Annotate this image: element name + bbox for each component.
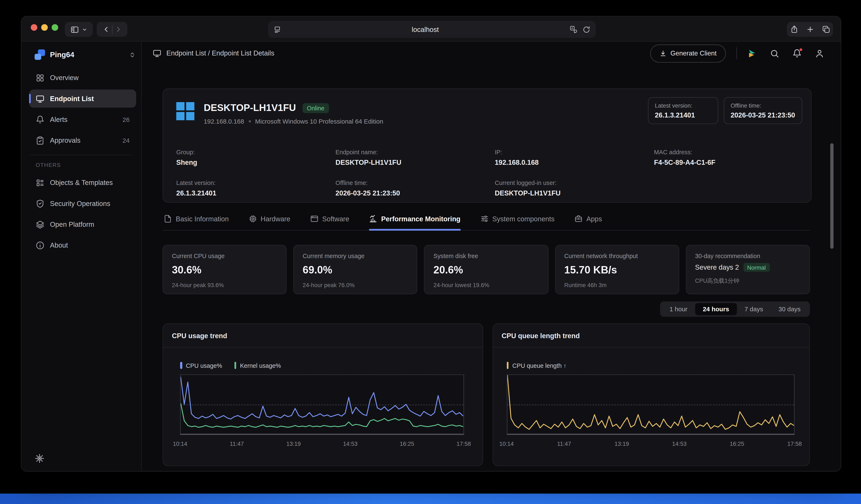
charts-row: CPU usage trend CPU usage% Kernel usage% [163,324,810,466]
breadcrumb[interactable]: Endpoint List / Endpoint List Details [153,49,274,58]
legend-item[interactable]: Kernel usage% [234,362,281,369]
sidebar-item-label: Approvals [50,136,123,144]
address-bar[interactable]: localhost A [268,21,596,38]
stat-value: 30.6% [172,264,277,276]
sliders-icon [480,215,489,223]
list-squares-icon [36,178,44,187]
screen: localhost A Ping64 [0,0,861,504]
range-24-hours[interactable]: 24 hours [695,303,737,315]
device-summary-card: DESKTOP-LH1V1FU Online 192.168.0.168 Mic… [163,88,811,203]
minimize-button[interactable] [41,24,48,31]
field-endpoint-name: Endpoint name:DESKTOP-LH1V1FU [336,149,495,166]
window-icon [310,215,318,223]
legend-item[interactable]: CPU queue length ↑ [507,362,566,369]
sidebar-item-open-platform[interactable]: Open Platform [29,215,136,233]
sidebar-item-security-operations[interactable]: Security Operations [29,194,136,213]
tab-apps[interactable]: Apps [574,215,602,230]
legend-item[interactable]: CPU usage% [180,362,222,369]
zoom-button[interactable] [52,24,58,31]
time-range-selector: 1 hour 24 hours 7 days 30 days [660,301,810,317]
tab-label: Performance Monitoring [381,215,460,223]
device-name: DESKTOP-LH1V1FU [204,102,296,114]
x-axis-label: 13:19 [286,440,301,447]
tab-hardware[interactable]: Hardware [248,215,290,230]
workspace-switcher[interactable]: Ping64 [35,50,136,60]
notifications-bell-icon[interactable] [792,49,802,58]
reader-icon[interactable] [273,25,281,33]
reload-icon[interactable] [583,25,590,33]
sidebar-item-alerts[interactable]: Alerts 26 [29,110,136,128]
range-30-days[interactable]: 30 days [771,303,808,315]
latest-version-box: Latest version: 26.1.3.21401 [648,97,718,124]
legend-marker [234,362,236,369]
tab-performance-monitoring[interactable]: Performance Monitoring [369,215,461,230]
stat-title: Current memory usage [303,253,408,259]
briefcase-icon [574,215,583,223]
cpu-queue-trend-card: CPU queue length trend CPU queue length … [492,324,810,466]
generate-client-button[interactable]: Generate Client [650,44,726,62]
sidebar-item-label: Endpoint List [50,95,130,103]
sidebar-item-approvals[interactable]: Approvals 24 [29,131,136,149]
cpu-queue-plot[interactable] [507,374,795,435]
windows-logo-icon [176,102,194,120]
ping64-logo-icon [35,50,45,60]
tab-system-components[interactable]: System components [480,215,555,230]
main-area: Endpoint List / Endpoint List Details Ge… [142,42,840,471]
sidebar-item-badge: 24 [123,137,129,144]
tab-software[interactable]: Software [310,215,349,230]
x-axis-label: 17:58 [788,440,802,447]
tab-overview-icon[interactable] [822,25,830,33]
tab-basic-information[interactable]: Basic Information [164,215,229,230]
up-down-chevron-icon[interactable] [129,51,136,58]
sidebar-item-about[interactable]: About [29,236,136,254]
app-name: Ping64 [50,51,129,59]
close-button[interactable] [31,24,37,31]
new-tab-icon[interactable] [806,25,814,33]
sidebar-divider [30,155,133,155]
app-logo-icon[interactable] [747,49,756,58]
stat-cpu-usage: Current CPU usage 30.6% 24-hour peak 93.… [163,245,287,294]
sidebar-item-overview[interactable]: Overview [29,69,136,87]
sidebar-item-endpoint-list[interactable]: Endpoint List [29,90,136,108]
svg-text:A: A [571,27,573,30]
cpu-usage-plot[interactable] [180,374,464,435]
bell-icon [36,115,44,124]
forward-icon[interactable] [114,26,122,33]
translate-icon[interactable]: A [570,25,578,33]
x-axis-label: 14:53 [343,440,358,447]
search-icon[interactable] [770,49,779,58]
url-text: localhost [281,25,569,33]
tab-label: Hardware [261,215,290,223]
stat-title: System disk free [434,253,539,259]
x-axis-label: 11:47 [557,440,571,447]
monitor-icon [153,49,161,58]
stat-title: 30-day recommendation [695,253,801,259]
traffic-lights [31,24,58,31]
back-icon[interactable] [102,26,110,33]
sidebar-item-objects-templates[interactable]: Objects & Templates [29,173,136,191]
user-icon[interactable] [815,49,824,58]
stat-value: 20.6% [434,264,539,276]
legend-marker [507,362,508,369]
sidebar-toggle-button[interactable] [65,22,93,37]
range-7-days[interactable]: 7 days [737,303,771,315]
browser-window: localhost A Ping64 [21,16,841,472]
series-line [180,377,463,419]
stat-disk-free: System disk free 20.6% 24-hour lowest 19… [424,245,548,294]
stat-memory-usage: Current memory usage 69.0% 24-hour peak … [293,245,418,294]
divider [112,25,112,34]
page-content: DESKTOP-LH1V1FU Online 192.168.0.168 Mic… [142,88,840,466]
scrollbar[interactable] [830,143,834,249]
info-box-value: 26.1.3.21401 [655,111,711,119]
desktop-wallpaper-strip [0,493,861,504]
x-axis-label: 10:14 [499,440,514,447]
detail-tabs: Basic Information Hardware Software [163,215,810,231]
field-mac-address: MAC address:F4-5C-89-A4-C1-6F [654,149,798,166]
range-1-hour[interactable]: 1 hour [662,303,695,315]
info-icon [36,241,44,249]
share-icon[interactable] [790,25,798,33]
cpu-usage-chart-svg [180,375,463,434]
settings-button[interactable] [35,453,44,463]
legend-marker [180,362,182,369]
titlebar-actions [787,22,833,37]
